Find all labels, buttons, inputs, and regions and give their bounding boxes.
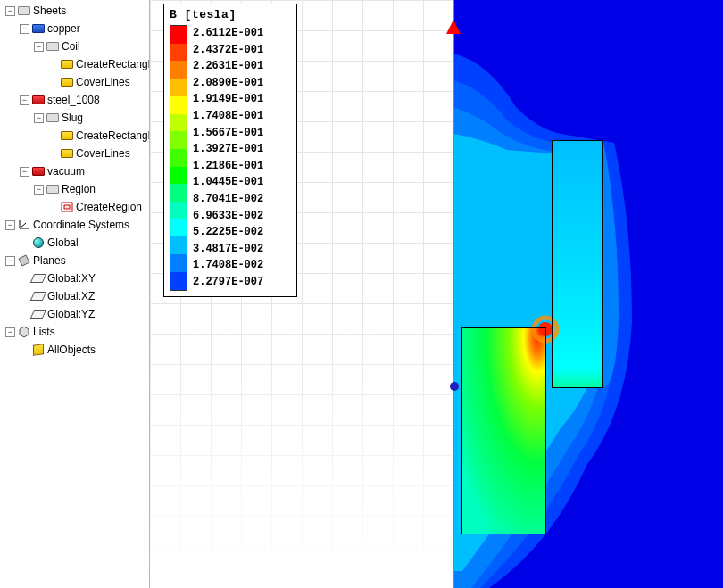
svg-line-4	[20, 223, 26, 228]
svg-rect-1	[64, 205, 70, 209]
legend-color-segment	[170, 202, 187, 219]
legend-color-segment	[170, 219, 187, 237]
legend-color-segment	[170, 96, 187, 114]
label: Coordinate Systems	[33, 219, 129, 231]
tree-node-global-cs[interactable]: Global	[0, 234, 149, 252]
coordinate-system-icon	[18, 219, 30, 230]
tree-node-vacuum[interactable]: − vacuum	[0, 162, 149, 180]
tree-node-create-region[interactable]: CreateRegion	[0, 198, 149, 216]
tree-node-copper[interactable]: − copper	[0, 20, 149, 37]
legend-color-segment	[170, 26, 187, 44]
tree-node-all-objects[interactable]: AllObjects	[0, 341, 149, 359]
material-steel-icon	[32, 95, 45, 104]
collapse-icon[interactable]: −	[20, 95, 29, 105]
sheet-icon	[46, 185, 59, 194]
tree-node-plane-xy[interactable]: Global:XY	[0, 269, 149, 287]
tree-node-coil[interactable]: − Coil	[0, 37, 149, 55]
label: Planes	[33, 254, 66, 267]
legend-color-segment	[170, 184, 187, 202]
cover-lines-icon	[61, 149, 73, 158]
collapse-icon[interactable]: −	[5, 220, 15, 230]
plane-icon	[30, 292, 47, 301]
legend-value: 2.4372E-001	[193, 42, 263, 59]
all-objects-icon	[32, 344, 45, 355]
tree-node-cover-lines-2[interactable]: CoverLines	[0, 145, 149, 162]
label: Global	[47, 236, 79, 249]
label: CreateRectangle	[76, 129, 149, 142]
sheet-icon	[46, 113, 59, 122]
collapse-icon[interactable]: −	[5, 6, 15, 16]
create-rectangle-icon	[61, 60, 73, 69]
modeler-viewport[interactable]: B [tesla] 2.6112E-0012.4372E-0012.2631E-…	[150, 0, 723, 588]
field-legend[interactable]: B [tesla] 2.6112E-0012.4372E-0012.2631E-…	[163, 4, 297, 297]
legend-value: 1.3927E-001	[193, 141, 263, 158]
legend-color-segment	[170, 61, 187, 79]
tree-node-lists[interactable]: − Lists	[0, 323, 149, 341]
legend-color-segment	[170, 114, 187, 132]
label: Slug	[62, 112, 83, 124]
tree-node-sheets[interactable]: − Sheets	[0, 2, 149, 20]
label: copper	[47, 22, 80, 35]
planes-icon	[18, 254, 30, 267]
legend-color-segment	[170, 79, 187, 96]
label: CreateRegion	[76, 201, 142, 213]
legend-color-segment	[170, 149, 187, 167]
create-rectangle-icon	[61, 131, 73, 140]
sheets-icon	[18, 6, 30, 15]
collapse-icon[interactable]: −	[34, 185, 44, 195]
legend-color-segment	[170, 131, 187, 149]
label: Global:YZ	[47, 308, 95, 320]
legend-value: 2.2631E-001	[193, 58, 263, 75]
svg-marker-6	[20, 327, 29, 337]
legend-value: 6.9633E-002	[193, 208, 263, 225]
collapse-icon[interactable]: −	[34, 113, 44, 123]
collapse-icon[interactable]: −	[20, 167, 29, 177]
tree-node-slug[interactable]: − Slug	[0, 109, 149, 127]
global-cs-icon	[32, 237, 45, 248]
coil-outline	[552, 140, 603, 388]
label: CoverLines	[76, 76, 130, 88]
label: steel_1008	[47, 94, 100, 106]
legend-value: 8.7041E-002	[193, 191, 263, 208]
plane-icon	[30, 310, 47, 319]
collapse-icon[interactable]: −	[5, 256, 15, 266]
sheet-icon	[46, 42, 59, 51]
label: Global:XZ	[47, 290, 95, 302]
tree-node-coordinate-systems[interactable]: − Coordinate Systems	[0, 216, 149, 234]
legend-color-segment	[170, 167, 187, 185]
legend-value: 1.9149E-001	[193, 91, 263, 108]
lists-icon	[18, 326, 30, 338]
label: AllObjects	[47, 344, 96, 356]
tree-node-planes[interactable]: − Planes	[0, 252, 149, 269]
label: CreateRectangle	[76, 58, 149, 70]
tree-node-region[interactable]: − Region	[0, 180, 149, 198]
tree-node-plane-xz[interactable]: Global:XZ	[0, 287, 149, 305]
legend-value: 2.2797E-007	[193, 274, 263, 291]
collapse-icon[interactable]: −	[5, 327, 15, 337]
label: Global:XY	[47, 272, 96, 285]
legend-value: 1.5667E-001	[193, 125, 263, 142]
legend-color-segment	[170, 254, 187, 272]
legend-color-bar	[170, 25, 187, 291]
tree-node-plane-yz[interactable]: Global:YZ	[0, 305, 149, 323]
slug-outline	[461, 327, 546, 534]
tree-node-steel[interactable]: − steel_1008	[0, 91, 149, 109]
label: Sheets	[33, 4, 66, 17]
plane-icon	[30, 274, 47, 283]
tree-node-cover-lines[interactable]: CoverLines	[0, 73, 149, 91]
label: vacuum	[47, 165, 85, 178]
legend-value: 3.4817E-002	[193, 241, 263, 258]
legend-value: 1.7408E-002	[193, 257, 263, 274]
model-tree-panel[interactable]: − Sheets − copper − Coil CreateRectangle…	[0, 0, 150, 588]
label: Lists	[33, 326, 55, 338]
legend-color-segment	[170, 236, 187, 254]
tree-node-create-rectangle[interactable]: CreateRectangle	[0, 55, 149, 73]
symmetry-axis	[453, 0, 454, 588]
collapse-icon[interactable]: −	[20, 24, 29, 34]
cover-lines-icon	[61, 78, 73, 87]
axis-arrow-icon	[446, 20, 461, 34]
legend-color-segment	[170, 44, 187, 62]
tree-node-create-rectangle-2[interactable]: CreateRectangle	[0, 127, 149, 145]
collapse-icon[interactable]: −	[34, 42, 44, 52]
legend-value: 1.0445E-001	[193, 174, 263, 191]
